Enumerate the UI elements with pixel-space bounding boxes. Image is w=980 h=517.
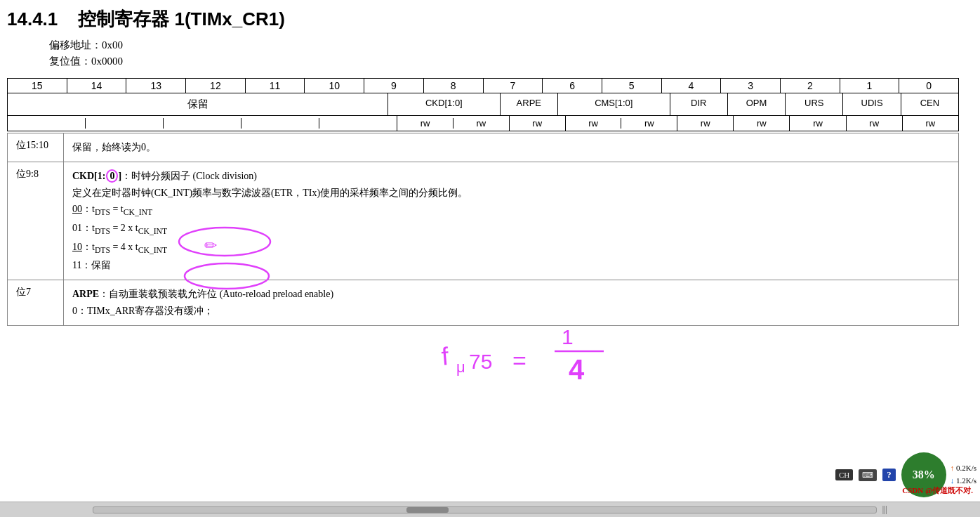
scrollbar-thumb[interactable]: [406, 507, 449, 513]
sub-dts2: DTS: [95, 227, 110, 236]
field-arpe: ARPE: [501, 93, 558, 115]
keyboard-icon[interactable]: ⌨: [859, 469, 877, 481]
rw-row: rw rw rw rw rw rw rw rw rw rw: [7, 116, 959, 131]
svg-text:75: 75: [469, 350, 492, 373]
sub-dts1: DTS: [95, 208, 110, 217]
bit-range-1510: 位15:10: [8, 133, 64, 162]
system-tray: CH ⌨ ? 38% ↑ 0.2K/s ↓ 1.2K/s CSDN @传道既不对…: [835, 452, 976, 497]
field-reserved: 保留: [8, 93, 388, 115]
bit-8: 8: [424, 79, 484, 93]
upload-arrow: ↑: [951, 464, 955, 472]
download-arrow: ↓: [951, 476, 955, 485]
field-ckd: CKD[1:0]: [388, 93, 501, 115]
rw-ckd: rw rw: [397, 116, 509, 131]
field-cen: CEN: [901, 93, 959, 115]
section-name: 控制寄存器 1(TIMx_CR1): [78, 8, 285, 30]
rw-dir: rw: [677, 116, 734, 131]
description-table: 位15:10 保留，始终读为0。 位9:8 CKD[1:0]：时钟分频因子 (C…: [7, 133, 959, 326]
network-speeds: ↑ 0.2K/s ↓ 1.2K/s: [951, 462, 976, 487]
field-opm: OPM: [728, 93, 786, 115]
bit-numbers-row: 15 14 13 12 11 10 9 8 7 6 5 4 3 2 1 0: [7, 78, 959, 93]
desc-1510: 保留，始终读为0。: [64, 133, 959, 162]
section-title: 14.4.1 控制寄存器 1(TIMx_CR1): [7, 7, 959, 32]
bit-range-7: 位7: [8, 280, 64, 326]
bit-3: 3: [721, 79, 781, 93]
bit-4: 4: [662, 79, 722, 93]
upload-value: 0.2K/s: [956, 464, 976, 472]
ch-icon[interactable]: CH: [835, 469, 853, 480]
table-row: 位7 ARPE：自动重装载预装载允许位 (Auto-reload preload…: [8, 280, 959, 326]
sub-ck1: CK_INT: [124, 208, 152, 217]
scrollbar-bar[interactable]: |||: [0, 502, 980, 517]
svg-text:=: =: [512, 347, 527, 374]
bit-9: 9: [364, 79, 424, 93]
scrollbar-track[interactable]: [93, 506, 877, 513]
sub-ck3: CK_INT: [138, 245, 167, 254]
rw-urs: rw: [790, 116, 846, 131]
scrollbar-label: |||: [882, 504, 887, 515]
bit-15: 15: [8, 79, 67, 93]
reset-value: 复位值：0x0000: [49, 55, 959, 68]
svg-text:μ: μ: [456, 358, 465, 376]
val-10: 10: [72, 242, 82, 252]
bit-7: 7: [484, 79, 543, 93]
bit-5: 5: [602, 79, 662, 93]
bit-10: 10: [305, 79, 364, 93]
bit-11: 11: [246, 79, 305, 93]
field-cms: CMS[1:0]: [558, 93, 670, 115]
rw-arpe: rw: [510, 116, 566, 131]
bit-0: 0: [899, 79, 959, 93]
svg-text:4: 4: [569, 354, 585, 385]
rw-opm: rw: [734, 116, 790, 131]
main-content: 14.4.1 控制寄存器 1(TIMx_CR1) 偏移地址：0x00 复位值：0…: [0, 0, 980, 517]
field-udis: UDIS: [843, 93, 901, 115]
bit-2: 2: [781, 79, 840, 93]
csdn-label: CSDN @传道既不对.: [902, 485, 973, 496]
val-00: 00: [72, 204, 82, 214]
upload-speed: ↑ 0.2K/s: [951, 462, 976, 475]
register-table: 15 14 13 12 11 10 9 8 7 6 5 4 3 2 1 0 保留…: [7, 78, 959, 131]
offset-address: 偏移地址：0x00: [49, 39, 959, 52]
rw-cen: rw: [903, 116, 959, 131]
circle-annotation: 0: [106, 169, 118, 183]
bit-6: 6: [543, 79, 602, 93]
rw-reserved: [8, 116, 397, 131]
download-value: 1.2K/s: [956, 476, 976, 485]
help-icon[interactable]: ?: [882, 469, 896, 481]
svg-text:f: f: [440, 341, 451, 371]
bit-14: 14: [67, 79, 127, 93]
field-name-ckd: CKD[1:0]: [72, 171, 121, 181]
table-row: 位9:8 CKD[1:0]：时钟分频因子 (Clock division) 定义…: [8, 162, 959, 280]
bit-1: 1: [840, 79, 900, 93]
table-row: 位15:10 保留，始终读为0。: [8, 133, 959, 162]
field-name-arpe: ARPE: [72, 289, 99, 299]
rw-udis: rw: [847, 116, 903, 131]
pen-icon: ✏: [204, 233, 217, 258]
sub-dts3: DTS: [95, 245, 110, 254]
field-urs: URS: [786, 93, 843, 115]
fields-row: 保留 CKD[1:0] ARPE CMS[1:0] DIR OPM URS UD…: [7, 93, 959, 116]
bit-12: 12: [186, 79, 246, 93]
desc-7: ARPE：自动重装载预装载允许位 (Auto-reload preload en…: [64, 280, 959, 326]
section-number: 14.4.1: [7, 8, 58, 30]
svg-text:1: 1: [562, 325, 574, 348]
field-dir: DIR: [670, 93, 728, 115]
sub-ck2: CK_INT: [138, 227, 167, 236]
bit-13: 13: [126, 79, 186, 93]
desc-98: CKD[1:0]：时钟分频因子 (Clock division) 定义在定时器时…: [64, 162, 959, 280]
network-percent: 38%: [913, 469, 935, 481]
bit-range-98: 位9:8: [8, 162, 64, 280]
rw-cms: rw rw: [566, 116, 677, 131]
